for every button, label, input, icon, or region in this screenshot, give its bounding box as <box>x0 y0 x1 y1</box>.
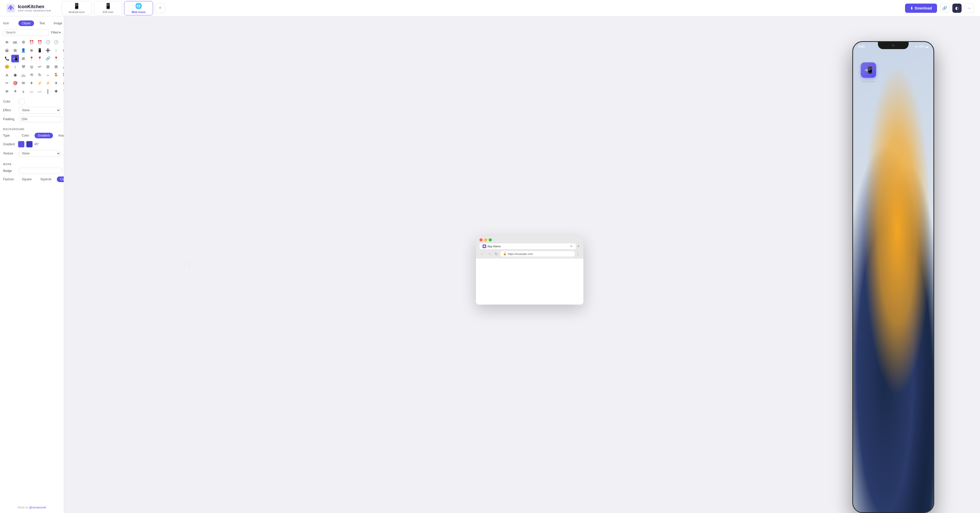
icon-cell[interactable]: 🕐 <box>52 38 60 46</box>
icon-cell[interactable]: ⫶ <box>11 63 19 71</box>
icon-cell[interactable]: ⏰ <box>28 38 35 46</box>
refresh-button[interactable]: ↻ <box>494 251 499 256</box>
effect-select[interactable]: None <box>19 107 60 114</box>
clipart-tab[interactable]: Clipart <box>18 21 34 26</box>
bg-color-tab[interactable]: Color <box>18 133 32 138</box>
browser-tab-close[interactable]: ✕ <box>570 245 573 248</box>
tab-ios[interactable]: 📱 iOS Icon <box>94 1 122 15</box>
icon-cell[interactable]: ✚ <box>52 87 60 95</box>
icon-cell[interactable]: 🖨 <box>60 63 64 71</box>
icon-cell[interactable]: ⚒ <box>19 63 27 71</box>
search-row: Filled ▾ <box>3 29 60 36</box>
icon-cell[interactable]: ◉ <box>11 71 19 79</box>
gradient-color1-swatch[interactable] <box>18 141 25 148</box>
icon-cell[interactable]: 🎯 <box>11 79 19 87</box>
icon-cell[interactable]: 📍 <box>28 55 35 62</box>
icon-cell[interactable]: ║ <box>44 87 52 95</box>
icon-cell[interactable]: 🪑 <box>52 71 60 79</box>
icon-cell[interactable]: ✝ <box>60 38 64 46</box>
icon-cell[interactable]: 🔗 <box>44 55 52 62</box>
wifi-icon: WiFi <box>919 45 924 48</box>
browser-favicon <box>482 245 486 248</box>
url-text: https://example.com <box>508 253 533 256</box>
favicon-square[interactable]: Square <box>18 176 35 182</box>
icon-cell[interactable]: ✉ <box>19 79 27 87</box>
icon-cell[interactable]: 🪑 <box>60 71 64 79</box>
icon-cell[interactable]: 📍 <box>36 55 43 62</box>
color-swatch[interactable] <box>19 99 25 104</box>
favicon-squircle[interactable]: Squircle <box>37 176 55 182</box>
icon-cell[interactable]: ⚙ <box>19 38 27 46</box>
browser-body <box>476 259 583 305</box>
icon-cell[interactable]: ✈ <box>28 79 35 87</box>
more-button[interactable]: ··· <box>965 3 974 13</box>
add-tab-button[interactable]: + <box>155 3 165 13</box>
browser-menu-button[interactable]: ⋮ <box>576 252 580 256</box>
favicon-circle[interactable]: Circle <box>57 176 64 182</box>
icon-cell[interactable]: ↑ <box>52 46 60 54</box>
filled-filter[interactable]: Filled ▾ <box>51 31 60 34</box>
icon-cell[interactable]: 😊 <box>3 63 11 71</box>
badge-input[interactable] <box>19 168 62 174</box>
link-button[interactable]: 🔗 <box>940 3 949 13</box>
gradient-color2-swatch[interactable] <box>26 141 33 148</box>
icon-cell[interactable]: 🖥 <box>60 79 64 87</box>
back-button[interactable]: ← <box>479 251 485 256</box>
icon-cell[interactable]: ◎ <box>28 63 35 71</box>
tab-web[interactable]: 🌐 Web Icons <box>124 1 153 15</box>
icon-cell[interactable]: 📞 <box>3 55 11 62</box>
icon-cell[interactable]: ➕ <box>44 46 52 54</box>
icon-cell[interactable]: ↩ <box>36 63 43 71</box>
icon-cell[interactable]: ± <box>19 87 27 95</box>
bg-gradient-tab[interactable]: Gradient <box>35 133 53 138</box>
icon-cell[interactable]: ✈ <box>52 79 60 87</box>
icon-cell[interactable]: 🚲 <box>19 71 27 79</box>
tab-android[interactable]: 📱 Android Icon <box>61 1 92 15</box>
icon-cell[interactable]: ⚡ <box>36 79 43 87</box>
icon-cell[interactable]: ⟲ <box>28 71 35 79</box>
address-bar[interactable]: 🔒 https://example.com <box>501 251 575 256</box>
icon-cell[interactable]: ✂ <box>3 79 11 87</box>
icon-cell[interactable]: ⚡ <box>44 79 52 87</box>
icon-cell[interactable]: T <box>60 87 64 95</box>
image-tab[interactable]: Image <box>50 21 64 26</box>
icon-cell[interactable]: 4K <box>11 38 19 46</box>
phone-notch <box>878 42 908 49</box>
browser-tab[interactable]: App Name ✕ <box>479 243 576 249</box>
icon-cell[interactable]: ↔ <box>44 71 52 79</box>
bg-image-tab[interactable]: Image <box>55 133 64 138</box>
download-button[interactable]: ⬇ Download <box>905 3 937 13</box>
icon-cell-selected[interactable]: 📲 <box>11 55 19 62</box>
icon-cell[interactable]: ⊕ <box>60 46 64 54</box>
icon-cell[interactable]: ⊕ <box>28 46 35 54</box>
padding-input[interactable] <box>19 116 62 122</box>
drag-handle[interactable]: ⋮⋮ <box>182 262 191 267</box>
footer-link[interactable]: @romannurik <box>29 506 46 509</box>
icon-cell[interactable]: 👁 <box>3 38 11 46</box>
icon-cell[interactable]: 👁 <box>3 87 11 95</box>
icon-cell[interactable]: ☀ <box>11 87 19 95</box>
icon-cell[interactable]: 📍 <box>52 55 60 62</box>
icon-cell[interactable]: ✦ <box>60 55 64 62</box>
icon-cell[interactable]: ⏰ <box>36 38 43 46</box>
icon-cell[interactable]: ⊞ <box>11 46 19 54</box>
search-input[interactable] <box>3 29 49 36</box>
icon-cell[interactable]: A <box>3 71 11 79</box>
browser-new-tab-button[interactable]: + <box>577 244 579 249</box>
icon-cell[interactable]: ⊞ <box>44 63 52 71</box>
icon-cell[interactable]: ↻ <box>36 71 43 79</box>
icon-cell[interactable]: — <box>36 87 43 95</box>
icon-cell[interactable]: 🏛 <box>3 46 11 54</box>
favicon-row: Favicon Square Squircle Circle <box>3 176 60 182</box>
texture-select[interactable]: None <box>19 150 60 157</box>
theme-toggle-button[interactable]: ◐ <box>952 3 962 13</box>
icon-cell[interactable]: 🕐 <box>44 38 52 46</box>
icon-cell[interactable]: — <box>28 87 35 95</box>
badge-row: Badge <box>3 168 60 174</box>
icon-cell[interactable]: 📱 <box>36 46 43 54</box>
text-tab[interactable]: Text <box>36 21 48 26</box>
icon-cell[interactable]: ⊞ <box>19 55 27 62</box>
icon-cell[interactable]: ⊞ <box>52 63 60 71</box>
icon-cell[interactable]: 👤 <box>19 46 27 54</box>
forward-button[interactable]: → <box>487 251 492 256</box>
